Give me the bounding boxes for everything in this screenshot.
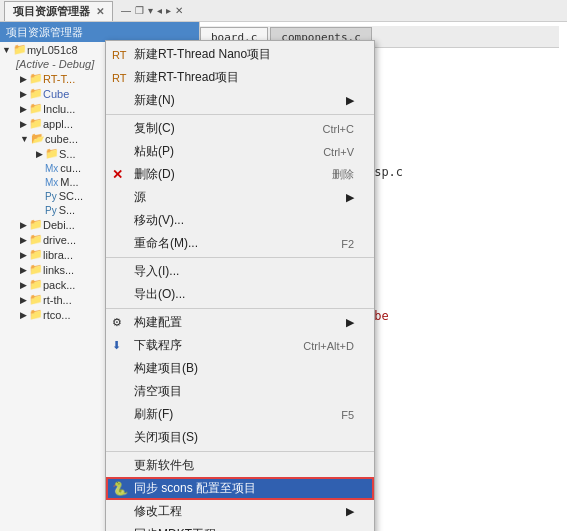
menu-item-new-rt[interactable]: RT 新建RT-Thread项目 bbox=[106, 66, 374, 89]
menu-item-rename[interactable]: 重命名(M)... F2 bbox=[106, 232, 374, 255]
drive-label: drive... bbox=[43, 234, 76, 246]
rt-expand-icon: ▶ bbox=[20, 74, 27, 84]
menu-item-build-config[interactable]: ⚙ 构建配置 ▶ bbox=[106, 311, 374, 334]
menu-item-export-label: 导出(O)... bbox=[134, 286, 185, 303]
download-shortcut: Ctrl+Alt+D bbox=[283, 340, 354, 352]
rtthread2-icon: RT bbox=[112, 72, 126, 84]
tab-next-icon[interactable]: ▸ bbox=[166, 5, 171, 16]
menu-item-refresh[interactable]: 刷新(F) F5 bbox=[106, 403, 374, 426]
drive-folder-icon: 📁 bbox=[29, 233, 43, 246]
inclu-expand-icon: ▶ bbox=[20, 104, 27, 114]
menu-item-clean[interactable]: 清空项目 bbox=[106, 380, 374, 403]
pack-expand-icon: ▶ bbox=[20, 280, 27, 290]
panel-tab-explorer[interactable]: 项目资源管理器 ✕ bbox=[4, 1, 113, 21]
drive-expand-icon: ▶ bbox=[20, 235, 27, 245]
menu-item-rename-label: 重命名(M)... bbox=[134, 235, 198, 252]
menu-item-new-label: 新建(N) bbox=[134, 92, 175, 109]
modify-project-arrow: ▶ bbox=[346, 505, 354, 518]
appl-label: appl... bbox=[43, 118, 73, 130]
build-config-arrow: ▶ bbox=[346, 316, 354, 329]
m-expand-icon: ▶ bbox=[36, 177, 43, 187]
menu-item-new-nano-label: 新建RT-Thread Nano项目 bbox=[134, 46, 271, 63]
expand-icon: ▼ bbox=[2, 45, 11, 55]
menu-item-sync-scons[interactable]: 🐍 同步 scons 配置至项目 bbox=[106, 477, 374, 500]
rt-folder-icon: 📁 bbox=[29, 72, 43, 85]
copy-shortcut: Ctrl+C bbox=[303, 123, 354, 135]
menu-item-sync-mdkt[interactable]: 同步MDKT工程 ▶ bbox=[106, 523, 374, 531]
rtco-folder-icon: 📁 bbox=[29, 308, 43, 321]
src-expand-icon: ▶ bbox=[36, 149, 43, 159]
panel-tab-bar: 项目资源管理器 ✕ — ❐ ▾ ◂ ▸ ✕ bbox=[0, 0, 567, 22]
delete-shortcut: 删除 bbox=[312, 167, 354, 182]
menu-item-build-project[interactable]: 构建项目(B) bbox=[106, 357, 374, 380]
tab-actions: — ❐ ▾ ◂ ▸ ✕ bbox=[119, 5, 185, 16]
menu-item-modify-project[interactable]: 修改工程 ▶ bbox=[106, 500, 374, 523]
folder-icon: 📁 bbox=[13, 43, 27, 56]
menu-item-build-config-label: 构建配置 bbox=[134, 314, 182, 331]
source-submenu-arrow: ▶ bbox=[346, 191, 354, 204]
cube2-label: cube... bbox=[45, 133, 78, 145]
src-folder-icon: 📁 bbox=[45, 147, 59, 160]
menu-item-delete-label: 删除(D) bbox=[134, 166, 175, 183]
rtthread-icon: RT bbox=[112, 49, 126, 61]
rtth-expand-icon: ▶ bbox=[20, 295, 27, 305]
separator-4 bbox=[106, 451, 374, 452]
debi-folder-icon: 📁 bbox=[29, 218, 43, 231]
menu-item-refresh-label: 刷新(F) bbox=[134, 406, 173, 423]
menu-item-import[interactable]: 导入(I)... bbox=[106, 260, 374, 283]
cu-label: cu... bbox=[60, 162, 81, 174]
tab-dropdown-icon[interactable]: ▾ bbox=[148, 5, 153, 16]
sc-icon: Py bbox=[45, 191, 57, 202]
cube-expand-icon: ▶ bbox=[20, 89, 27, 99]
m-label: M... bbox=[60, 176, 78, 188]
delete-icon: ✕ bbox=[112, 167, 123, 182]
tab-prev-icon[interactable]: ◂ bbox=[157, 5, 162, 16]
tab-close-all-icon[interactable]: ✕ bbox=[175, 5, 183, 16]
ide-window: 项目资源管理器 ✕ — ❐ ▾ ◂ ▸ ✕ 项目资源管理器 ▼ 📁 myL051… bbox=[0, 0, 567, 531]
rtth-label: rt-th... bbox=[43, 294, 72, 306]
tab-minimize-icon[interactable]: — bbox=[121, 5, 131, 16]
rtth-folder-icon: 📁 bbox=[29, 293, 43, 306]
menu-item-delete[interactable]: ✕ 删除(D) 删除 bbox=[106, 163, 374, 186]
appl-folder-icon: 📁 bbox=[29, 117, 43, 130]
menu-item-move[interactable]: 移动(V)... bbox=[106, 209, 374, 232]
s2-icon: Py bbox=[45, 205, 57, 216]
cube-folder-icon: 📁 bbox=[29, 87, 43, 100]
pack-folder-icon: 📁 bbox=[29, 278, 43, 291]
menu-item-paste[interactable]: 粘贴(P) Ctrl+V bbox=[106, 140, 374, 163]
menu-item-new[interactable]: 新建(N) ▶ bbox=[106, 89, 374, 112]
menu-item-source[interactable]: 源 ▶ bbox=[106, 186, 374, 209]
links-expand-icon: ▶ bbox=[20, 265, 27, 275]
cube2-expand-icon: ▼ bbox=[20, 134, 29, 144]
separator-2 bbox=[106, 257, 374, 258]
tree-label: myL051c8 bbox=[27, 44, 78, 56]
s2-label: S... bbox=[59, 204, 76, 216]
menu-item-copy-label: 复制(C) bbox=[134, 120, 175, 137]
panel-tab-close-icon[interactable]: ✕ bbox=[96, 6, 104, 17]
menu-item-close[interactable]: 关闭项目(S) bbox=[106, 426, 374, 449]
links-label: links... bbox=[43, 264, 74, 276]
menu-item-copy[interactable]: 复制(C) Ctrl+C bbox=[106, 117, 374, 140]
s2-expand-icon: ▶ bbox=[36, 205, 43, 215]
pack-label: pack... bbox=[43, 279, 75, 291]
debi-expand-icon: ▶ bbox=[20, 220, 27, 230]
context-menu: RT 新建RT-Thread Nano项目 RT 新建RT-Thread项目 新… bbox=[105, 40, 375, 531]
libra-folder-icon: 📁 bbox=[29, 248, 43, 261]
tab-restore-icon[interactable]: ❐ bbox=[135, 5, 144, 16]
menu-item-update-package[interactable]: 更新软件包 bbox=[106, 454, 374, 477]
gear-icon: ⚙ bbox=[112, 316, 122, 329]
menu-item-download[interactable]: ⬇ 下载程序 Ctrl+Alt+D bbox=[106, 334, 374, 357]
src-label: S... bbox=[59, 148, 76, 160]
menu-item-sync-mdkt-label: 同步MDKT工程 bbox=[134, 526, 216, 531]
rtco-expand-icon: ▶ bbox=[20, 310, 27, 320]
rename-shortcut: F2 bbox=[321, 238, 354, 250]
rtco-label: rtco... bbox=[43, 309, 71, 321]
menu-item-new-nano[interactable]: RT 新建RT-Thread Nano项目 bbox=[106, 43, 374, 66]
cu-expand-icon: ▶ bbox=[36, 163, 43, 173]
menu-item-sync-scons-label: 同步 scons 配置至项目 bbox=[134, 480, 256, 497]
inclu-folder-icon: 📁 bbox=[29, 102, 43, 115]
download-icon: ⬇ bbox=[112, 339, 121, 352]
menu-item-build-project-label: 构建项目(B) bbox=[134, 360, 198, 377]
menu-item-export[interactable]: 导出(O)... bbox=[106, 283, 374, 306]
separator-1 bbox=[106, 114, 374, 115]
